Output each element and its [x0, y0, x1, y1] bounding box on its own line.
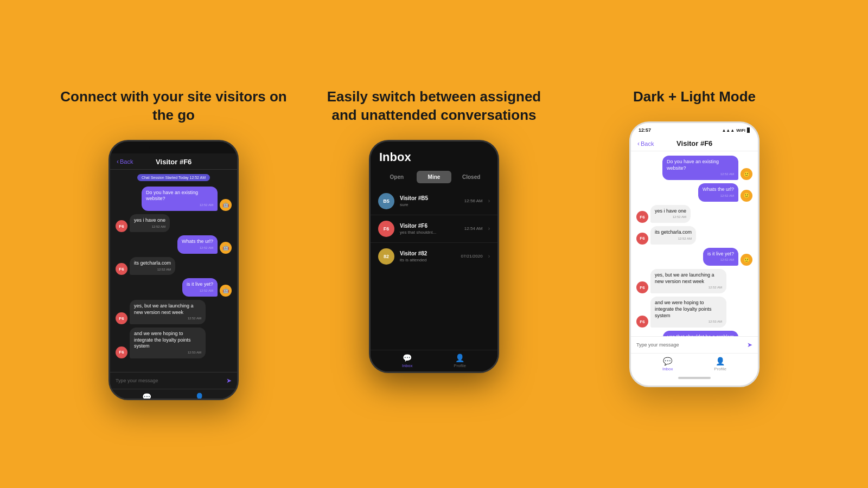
- inbox-icon: 💬: [142, 393, 151, 400]
- tab-profile[interactable]: 👤 Profile: [193, 393, 206, 400]
- message-row: yes that shouldnt be a problem 12:54 AM …: [636, 331, 752, 336]
- back-button-light[interactable]: ‹ Back: [637, 140, 654, 147]
- tab-inbox-bottom[interactable]: 💬 Inbox: [402, 354, 413, 368]
- bubble-text: is it live yet?: [187, 281, 213, 287]
- inbox-avatar-f6: F6: [378, 221, 394, 237]
- bot-icon: 🤖: [220, 199, 232, 211]
- bubble-text: Do you have an existing website?: [667, 159, 719, 171]
- chat-header-dark: ‹ Back Visitor #F6: [110, 153, 237, 170]
- bot-avatar: 🙂: [741, 190, 752, 202]
- bubble-text: yes, but we are launching a new version …: [134, 303, 194, 315]
- chat-input-area: Type your message ➤: [110, 372, 237, 389]
- bubble-time: 12:53 AM: [134, 351, 201, 355]
- inbox-item-preview: its is attended: [400, 258, 456, 262]
- bubble-time: 12:52 AM: [655, 215, 686, 220]
- chat-input-light[interactable]: Type your message: [636, 342, 744, 348]
- tab-profile-light[interactable]: 👤 Profile: [714, 357, 726, 371]
- inbox-item-preview: yes that shouldnt...: [400, 230, 459, 235]
- send-button-light[interactable]: ➤: [747, 341, 752, 349]
- bot-avatar: 🙂: [741, 168, 752, 180]
- chat-title-light: Visitor #F6: [657, 139, 732, 147]
- profile-icon: 👤: [716, 357, 725, 365]
- chat-bubble: Whats the url? 12:52 AM: [698, 183, 738, 201]
- bubble-text: and we were hoping to integrate the loya…: [655, 300, 712, 318]
- inbox-title: Inbox: [379, 150, 489, 164]
- inbox-avatar-b5: B5: [378, 193, 394, 209]
- chat-messages-light: Do you have an existing website? 12:52 A…: [631, 151, 758, 336]
- status-time: 12:57: [639, 127, 651, 133]
- inbox-item-meta: 12:56 AM: [464, 198, 483, 203]
- inbox-item-meta: 07/21/2020: [461, 254, 483, 259]
- chat-bubble: and we were hoping to integrate the loya…: [130, 328, 206, 358]
- bubble-time: 12:52 AM: [134, 225, 165, 229]
- message-row: F6 its getcharla.com 12:52 AM: [636, 226, 752, 244]
- inbox-list: B5 Visitor #B5 sure 12:56 AM › F6: [371, 188, 497, 269]
- bubble-text: is it live yet?: [707, 251, 734, 256]
- inbox-header: Inbox Open Mine Closed: [371, 142, 497, 188]
- message-row: is it live yet? 12:52 AM 🙂: [636, 248, 752, 266]
- inbox-item-content: Visitor #F6 yes that shouldnt...: [400, 223, 459, 235]
- status-icons: ▲▲▲ WiFi ▊: [722, 128, 750, 133]
- tab-inbox-label-light: Inbox: [662, 367, 673, 371]
- back-label-light: Back: [641, 140, 654, 147]
- bubble-text: Whats the url?: [703, 187, 734, 192]
- chevron-icon: ›: [488, 253, 490, 259]
- user-avatar: F6: [636, 233, 648, 245]
- tab-closed[interactable]: Closed: [454, 171, 489, 183]
- tab-inbox[interactable]: 💬 Inbox: [142, 393, 152, 400]
- bubble-time: 12:52 AM: [134, 317, 201, 321]
- chat-input-placeholder[interactable]: Type your message: [116, 378, 223, 383]
- chat-bubble: yes that shouldnt be a problem 12:54 AM: [663, 331, 738, 336]
- bubble-time: 12:53 AM: [655, 320, 722, 324]
- inbox-item-b5[interactable]: B5 Visitor #B5 sure 12:56 AM ›: [371, 188, 497, 215]
- message-row: F6 its getcharla.com 12:52 AM: [116, 257, 232, 275]
- signal-icon: ▲▲▲: [722, 128, 735, 133]
- tab-profile-label: Profile: [454, 363, 466, 368]
- inbox-item-content: Visitor #B5 sure: [400, 195, 459, 207]
- message-row: Do you have an existing website? 12:52 A…: [116, 187, 232, 211]
- chat-bubble: is it live yet? 12:52 AM: [182, 278, 218, 296]
- user-avatar: F6: [116, 220, 127, 232]
- back-label: Back: [120, 158, 133, 165]
- send-button[interactable]: ➤: [226, 377, 232, 384]
- chevron-icon: ›: [488, 226, 490, 232]
- chat-bubble: is it live yet? 12:52 AM: [703, 248, 738, 266]
- tab-bar-light: 💬 Inbox 👤 Profile: [631, 353, 758, 375]
- inbox-screen: Inbox Open Mine Closed: [371, 142, 497, 371]
- bubble-text: its getcharla.com: [655, 229, 692, 235]
- home-indicator: [631, 375, 758, 381]
- bubble-text: Do you have an existing website?: [146, 190, 198, 202]
- inbox-item-f6[interactable]: F6 Visitor #F6 yes that shouldnt... 12:5…: [371, 215, 497, 243]
- chat-header-light: ‹ Back Visitor #F6: [631, 135, 758, 151]
- phone-notch: [149, 142, 198, 153]
- profile-icon: 👤: [455, 354, 464, 362]
- back-button[interactable]: ‹ Back: [117, 158, 133, 165]
- inbox-item-name: Visitor #B5: [400, 195, 459, 201]
- chat-title-dark: Visitor #F6: [136, 158, 211, 166]
- inbox-item-name: Visitor #F6: [400, 223, 459, 229]
- feature-column-dark-chat: Connect with your site visitors on the g…: [60, 88, 288, 400]
- tab-bar-inbox: 💬 Inbox 👤 Profile: [371, 350, 497, 371]
- status-bar: 12:57 ▲▲▲ WiFi ▊: [631, 123, 758, 135]
- inbox-item-content: Visitor #82 its is attended: [400, 251, 456, 262]
- inbox-item-82[interactable]: 82 Visitor #82 its is attended 07/21/202…: [371, 243, 497, 269]
- phone-dark-chat: ‹ Back Visitor #F6 Chat Session Started …: [108, 140, 239, 400]
- tab-profile-bottom[interactable]: 👤 Profile: [454, 354, 466, 368]
- feature-column-inbox: Easily switch between assigned and unatt…: [320, 88, 548, 373]
- bubble-time: 12:52 AM: [667, 172, 734, 177]
- bot-icon: 🤖: [220, 242, 232, 254]
- bubble-text: yes, but we are launching a new version …: [655, 272, 714, 284]
- bubble-time: 12:52 AM: [707, 258, 734, 262]
- tab-profile-label-light: Profile: [714, 367, 726, 371]
- inbox-tabs: Open Mine Closed: [379, 171, 489, 183]
- inbox-item-time: 12:56 AM: [464, 198, 483, 203]
- chat-bubble: yes i have one 12:52 AM: [130, 214, 170, 232]
- tab-bar-dark: 💬 Inbox 👤 Profile: [110, 389, 237, 400]
- message-row: F6 yes, but we are launching a new versi…: [636, 269, 752, 293]
- message-row: F6 and we were hoping to integrate the l…: [116, 328, 232, 358]
- message-row: F6 yes, but we are launching a new versi…: [116, 300, 232, 324]
- tab-mine[interactable]: Mine: [417, 171, 452, 183]
- tab-inbox-light[interactable]: 💬 Inbox: [662, 357, 673, 371]
- tab-open[interactable]: Open: [379, 171, 414, 183]
- bubble-time: 12:52 AM: [182, 246, 213, 251]
